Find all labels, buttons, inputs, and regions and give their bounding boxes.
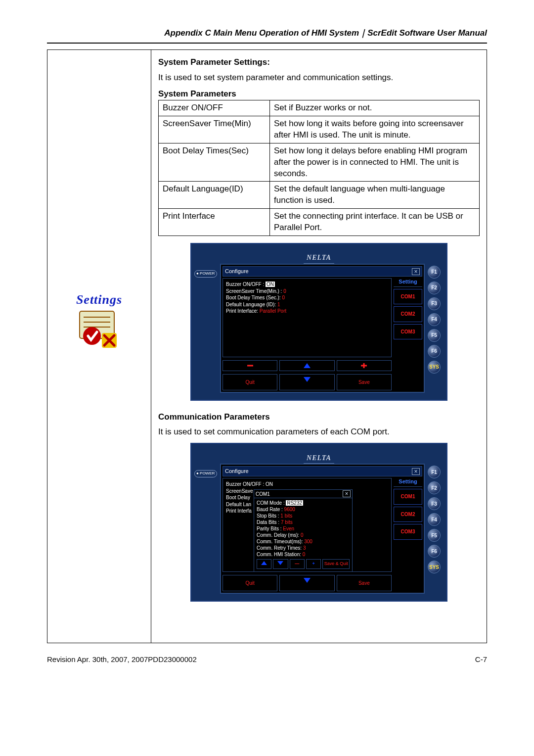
settings-graphic-icon xyxy=(75,307,124,352)
f4-key[interactable]: F4 xyxy=(428,513,441,526)
section1-subtitle: System Parameters xyxy=(158,89,480,100)
system-params-table: Buzzer ON/OFFSet if Buzzer works or not.… xyxy=(158,100,480,236)
function-keys: F1 F2 F3 F4 F5 F6 SYS xyxy=(428,264,444,392)
device-screenshot-2: NELTA ● POWER Configure × Buzzer ON/OFF … xyxy=(190,443,447,601)
minus-button[interactable] xyxy=(222,360,277,371)
subpanel-titlebar: COM1 × xyxy=(254,490,352,498)
close-icon[interactable]: × xyxy=(343,490,351,497)
save-button[interactable]: Save xyxy=(337,575,392,591)
sys-key[interactable]: SYS xyxy=(428,361,441,374)
sub-down-button[interactable] xyxy=(273,559,288,569)
content-frame: Settings System Parameter Settings: It i… xyxy=(47,49,487,643)
lcd-main-panel: Buzzer ON/OFF : ON ScreenSave Boot Delay… xyxy=(222,478,392,572)
f4-key[interactable]: F4 xyxy=(428,313,441,326)
down-button[interactable] xyxy=(279,575,334,591)
page-number: C-7 xyxy=(475,655,487,663)
f2-key[interactable]: F2 xyxy=(428,282,441,294)
header-rule xyxy=(47,43,487,44)
table-row: Buzzer ON/OFFSet if Buzzer works or not. xyxy=(159,100,480,116)
svg-point-4 xyxy=(83,327,101,345)
quit-button[interactable]: Quit xyxy=(222,374,277,390)
f1-key[interactable]: F1 xyxy=(428,466,441,478)
svg-marker-13 xyxy=(304,578,311,583)
com2-button[interactable]: COM2 xyxy=(394,306,422,322)
quit-button[interactable]: Quit xyxy=(222,575,277,591)
right-column: System Parameter Settings: It is used to… xyxy=(151,50,487,643)
left-column: Settings xyxy=(47,50,151,643)
section2-title: Communication Parameters xyxy=(158,412,480,423)
lcd-main-panel: Buzzer ON/OFF : ON ScreenSaver Time(Min.… xyxy=(222,278,392,357)
configure-titlebar: Configure × xyxy=(222,466,422,476)
svg-marker-10 xyxy=(304,377,311,382)
down-button[interactable] xyxy=(279,374,334,390)
section2-para: It is used to set communication paramete… xyxy=(158,426,480,438)
f3-key[interactable]: F3 xyxy=(428,297,441,310)
device-screenshot-1: NELTA ● POWER Configure × Buzzer ON/OFF … xyxy=(190,243,447,400)
f6-key[interactable]: F6 xyxy=(428,545,441,558)
power-indicator: ● POWER xyxy=(194,264,218,392)
up-button[interactable] xyxy=(279,360,334,371)
f6-key[interactable]: F6 xyxy=(428,345,441,358)
close-icon[interactable]: × xyxy=(412,268,420,275)
power-indicator: ● POWER xyxy=(194,464,218,593)
section1-para: It is used to set system parameter and c… xyxy=(158,72,480,84)
table-row: Boot Delay Times(Sec)Set how long it del… xyxy=(159,143,480,182)
revision-text: Revision Apr. 30th, 2007, 2007PDD2300000… xyxy=(47,655,197,663)
settings-icon-block: Settings xyxy=(70,292,129,352)
table-row: ScreenSaver Time(Min)Set how long it wai… xyxy=(159,116,480,143)
table-row: Print InterfaceSet the connecting print … xyxy=(159,209,480,236)
page-footer: Revision Apr. 30th, 2007, 2007PDD2300000… xyxy=(47,655,487,663)
section1-title: System Parameter Settings: xyxy=(158,57,480,68)
svg-marker-12 xyxy=(277,561,283,565)
com3-button[interactable]: COM3 xyxy=(394,524,422,540)
sub-up-button[interactable] xyxy=(257,559,271,569)
delta-logo: NELTA xyxy=(304,454,334,464)
close-icon[interactable]: × xyxy=(412,468,420,475)
com1-subpanel: COM1 × COM Mode : RS232 Baud Rate : 9600… xyxy=(254,489,353,572)
f3-key[interactable]: F3 xyxy=(428,497,441,510)
f1-key[interactable]: F1 xyxy=(428,266,441,279)
com1-button[interactable]: COM1 xyxy=(394,489,422,505)
lcd-screen: Configure × Buzzer ON/OFF : ON ScreenSav… xyxy=(220,264,425,392)
lcd-side-panel: Setting COM1 COM2 COM3 xyxy=(394,278,422,357)
lcd-side-panel: Setting COM1 COM2 COM3 xyxy=(394,478,422,572)
sys-key[interactable]: SYS xyxy=(428,561,441,573)
settings-label: Settings xyxy=(70,292,129,307)
save-quit-button[interactable]: Save & Quit xyxy=(322,559,350,569)
f2-key[interactable]: F2 xyxy=(428,481,441,494)
page-header: Appendix C Main Menu Operation of HMI Sy… xyxy=(47,27,487,39)
configure-titlebar: Configure × xyxy=(222,266,422,277)
f5-key[interactable]: F5 xyxy=(428,529,441,542)
sub-plus-button[interactable]: + xyxy=(306,559,321,569)
function-keys: F1 F2 F3 F4 F5 F6 SYS xyxy=(428,464,444,593)
table-row: Default Language(ID)Set the default lang… xyxy=(159,182,480,209)
com3-button[interactable]: COM3 xyxy=(394,324,422,340)
delta-logo: NELTA xyxy=(304,253,334,264)
svg-marker-11 xyxy=(261,561,267,565)
com2-button[interactable]: COM2 xyxy=(394,507,422,522)
f5-key[interactable]: F5 xyxy=(428,329,441,342)
plus-button[interactable] xyxy=(337,360,392,371)
save-button[interactable]: Save xyxy=(337,374,392,390)
sub-minus-button[interactable]: — xyxy=(290,559,305,569)
lcd-screen: Configure × Buzzer ON/OFF : ON ScreenSav… xyxy=(220,464,425,593)
svg-marker-7 xyxy=(304,363,311,368)
com1-button[interactable]: COM1 xyxy=(394,289,422,305)
